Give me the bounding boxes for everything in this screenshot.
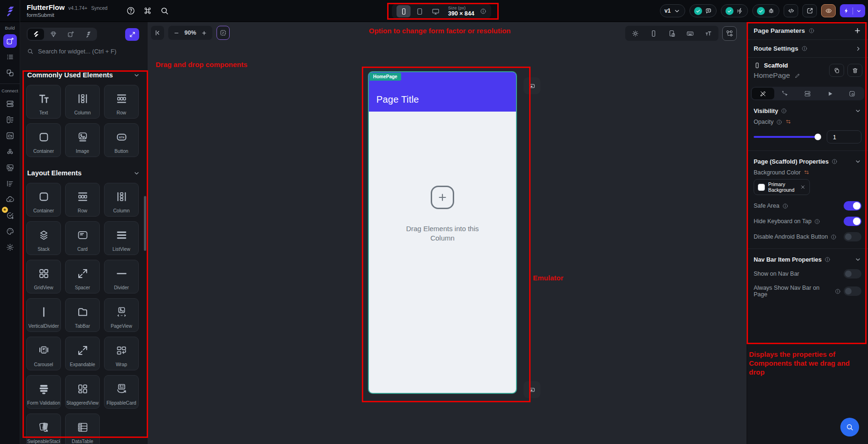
widget-tile-gridview[interactable]: GridView: [26, 260, 61, 293]
widget-tile-listview[interactable]: ListView: [104, 221, 139, 255]
preview-phone-icon[interactable]: [650, 30, 658, 38]
rail-item-theme-icon[interactable]: [3, 225, 17, 238]
opacity-value-input[interactable]: 1: [827, 130, 861, 143]
widget-tile-pageview[interactable]: PageView: [104, 298, 139, 332]
chevron-down-icon[interactable]: [856, 8, 862, 14]
preview-button[interactable]: [821, 4, 836, 17]
rail-item-tests-icon[interactable]: ★: [3, 209, 17, 222]
background-color-chip[interactable]: Primary Background: [754, 179, 810, 195]
widget-tile-divider[interactable]: Divider: [104, 260, 139, 293]
toggle-safe-area[interactable]: [844, 201, 861, 211]
size-info-icon[interactable]: [480, 8, 486, 15]
toggle-always-show-nav-bar-on-page[interactable]: [844, 286, 861, 296]
chevron-down-icon[interactable]: [854, 107, 861, 114]
widget-tile-tabbar[interactable]: TabBar: [65, 298, 100, 332]
color-swatch[interactable]: [758, 184, 765, 191]
widget-tile-container[interactable]: Container: [26, 183, 61, 217]
add-parameter-button[interactable]: [853, 27, 861, 35]
widget-tile-datatable[interactable]: DataTable: [65, 414, 100, 444]
node-settings-button[interactable]: [722, 26, 737, 41]
chevron-down-icon[interactable]: [133, 72, 140, 79]
widget-tile-button[interactable]: BTNButton: [104, 123, 139, 157]
rail-item-media-icon[interactable]: [3, 161, 17, 174]
app-bar-title[interactable]: Page Title: [376, 94, 419, 105]
status-pill-bug-icon[interactable]: [752, 4, 779, 17]
properties-tab-design-tools-icon[interactable]: [752, 88, 774, 99]
widget-tile-stack[interactable]: Stack: [26, 221, 61, 255]
toggle-show-on-nav-bar[interactable]: [844, 269, 861, 278]
frame-toggle-button-top[interactable]: [524, 77, 540, 94]
chevron-down-icon[interactable]: [133, 170, 140, 177]
expand-panel-button[interactable]: [125, 28, 139, 41]
widget-tile-image[interactable]: Image: [65, 123, 100, 157]
status-pill-test-bolt-icon[interactable]: [721, 4, 748, 17]
properties-tab-actions-icon[interactable]: [774, 88, 797, 99]
zoom-out-button[interactable]: [173, 30, 180, 36]
page-parameters-row[interactable]: Page Parameters: [747, 22, 868, 40]
chevron-down-icon[interactable]: [854, 256, 861, 263]
help-icon[interactable]: [126, 6, 135, 15]
widget-tile-column[interactable]: Column: [104, 183, 139, 217]
widget-tile-container[interactable]: Container: [26, 123, 61, 157]
set-from-variable-icon[interactable]: [785, 119, 792, 125]
widget-tile-row[interactable]: Row: [104, 85, 139, 119]
toggle-hide-keyboard-on-tap[interactable]: [844, 217, 861, 226]
rail-item-settings-gear-icon[interactable]: [3, 241, 17, 254]
widget-search[interactable]: Search for widget... (Ctrl + F): [27, 48, 116, 55]
copy-widget-button[interactable]: [829, 64, 844, 77]
rail-item-integrations-icon[interactable]: [3, 145, 17, 158]
code-view-button[interactable]: [784, 4, 798, 17]
export-button[interactable]: [802, 4, 817, 17]
properties-tab-backend-icon[interactable]: [796, 88, 819, 99]
command-icon[interactable]: [143, 6, 152, 15]
collapse-panel-button[interactable]: [151, 26, 164, 40]
widget-tile-staggeredview[interactable]: StaggeredView: [65, 375, 100, 409]
palette-tab-flutterflow-logo-icon[interactable]: [80, 29, 96, 40]
properties-tab-scaffold-tab-icon[interactable]: [841, 88, 863, 99]
device-tab-phone-icon[interactable]: [397, 5, 411, 17]
set-from-variable-icon[interactable]: [803, 169, 810, 176]
section-commonly-used[interactable]: Commonly Used Elements: [27, 71, 140, 79]
version-selector[interactable]: v1: [660, 4, 685, 17]
brightness-icon[interactable]: [631, 30, 639, 38]
rail-item-api-icon[interactable]: [3, 113, 17, 127]
widget-tile-text[interactable]: Text: [26, 85, 61, 119]
run-button[interactable]: [840, 4, 865, 17]
scaffold-properties-header[interactable]: Page (Scaffold) Properties: [747, 158, 868, 165]
zoom-in-button[interactable]: [201, 30, 207, 36]
add-element-dropzone[interactable]: [431, 186, 454, 209]
keyboard-icon[interactable]: [686, 30, 694, 38]
phone-emulator[interactable]: HomePage Page Title Drag Elements into t…: [368, 71, 517, 394]
rail-item-cloud-functions-icon[interactable]: [3, 193, 17, 206]
properties-tab-play-icon[interactable]: [819, 88, 841, 99]
rail-item-storage-folder-icon[interactable]: [3, 129, 17, 143]
flutterflow-logo[interactable]: [0, 0, 20, 22]
widget-tile-form-validation[interactable]: Form Validation: [26, 375, 61, 409]
visibility-section-header[interactable]: Visibility: [747, 107, 868, 114]
status-pill-chat-icon[interactable]: [689, 4, 717, 17]
rail-item-text-styles-icon[interactable]: [3, 177, 17, 190]
palette-tab-flutter-icon[interactable]: [28, 29, 44, 40]
device-tab-tablet-icon[interactable]: [412, 5, 427, 17]
widget-name[interactable]: HomePage: [754, 71, 790, 80]
opacity-slider[interactable]: [754, 136, 821, 138]
widget-tile-row[interactable]: Row: [65, 183, 100, 217]
clear-color-icon[interactable]: [800, 184, 806, 190]
page-body-column[interactable]: Drag Elements into this Column: [369, 112, 516, 393]
chevron-down-icon[interactable]: [854, 158, 861, 165]
canvas-settings-button[interactable]: [217, 26, 230, 40]
widget-tile-swipeablestack[interactable]: SwipeableStack: [26, 414, 61, 444]
widget-tile-wrap[interactable]: Wrap: [104, 337, 139, 370]
route-settings-row[interactable]: Route Settings: [747, 40, 868, 58]
search-icon[interactable]: [160, 6, 169, 15]
frame-toggle-button-bottom[interactable]: [524, 381, 540, 398]
widget-tile-flippablecard[interactable]: FlippableCard: [104, 375, 139, 409]
rail-item-widget-add-icon[interactable]: [3, 34, 17, 48]
text-scale-icon[interactable]: [704, 30, 712, 38]
rail-item-database-icon[interactable]: [3, 97, 17, 111]
delete-widget-button[interactable]: [847, 64, 862, 77]
device-frame-icon[interactable]: [668, 30, 676, 38]
section-layout-elements[interactable]: Layout Elements: [27, 169, 140, 177]
widget-tile-card[interactable]: Card: [65, 221, 100, 255]
widget-tile-expandable[interactable]: Expandable: [65, 337, 100, 370]
